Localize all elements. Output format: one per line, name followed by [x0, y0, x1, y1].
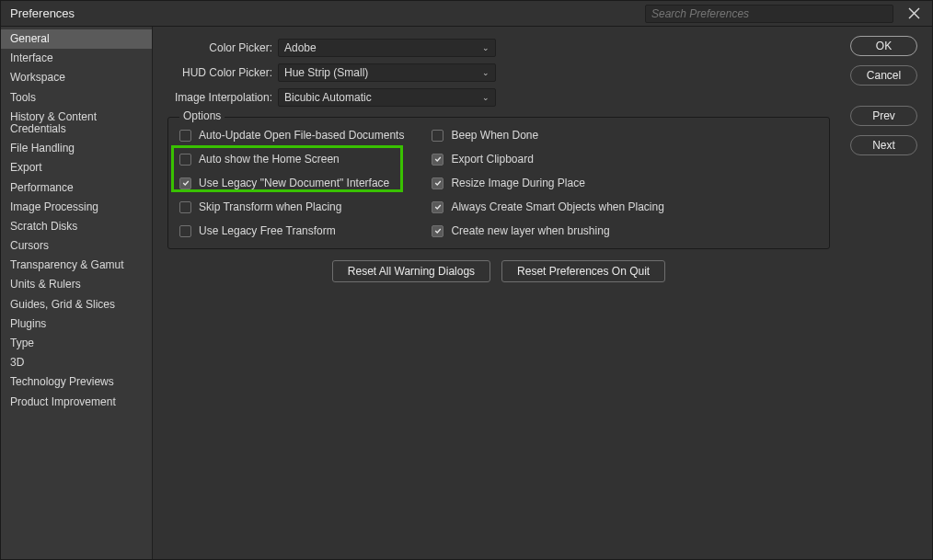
checkbox-label: Use Legacy Free Transform [199, 224, 336, 237]
color-picker-value: Adobe [284, 41, 482, 54]
options-group: Options Auto-Update Open File-based Docu… [167, 117, 830, 249]
chevron-down-icon: ⌄ [482, 68, 490, 77]
hud-color-picker-value: Hue Strip (Small) [284, 66, 482, 79]
sidebar-item-product-improvement[interactable]: Product Improvement [1, 393, 152, 412]
sidebar-item-transparency-gamut[interactable]: Transparency & Gamut [1, 256, 152, 275]
sidebar-item-export[interactable]: Export [1, 158, 152, 177]
check-icon [434, 179, 442, 187]
checkbox-label: Skip Transform when Placing [199, 200, 341, 213]
image-interpolation-select[interactable]: Bicubic Automatic ⌄ [278, 88, 496, 107]
checkbox-beep-when-done[interactable]: Beep When Done [432, 127, 663, 143]
checkbox-skip-transform-when-placing[interactable]: Skip Transform when Placing [179, 199, 404, 215]
checkbox-label: Beep When Done [451, 129, 538, 142]
sidebar-item-file-handling[interactable]: File Handling [1, 139, 152, 158]
checkbox-box [179, 154, 191, 166]
hud-color-picker-label: HUD Color Picker: [166, 66, 278, 79]
checkbox-label: Resize Image During Place [451, 177, 584, 189]
sidebar-item-image-processing[interactable]: Image Processing [1, 198, 152, 217]
sidebar-item-history-content-credentials[interactable]: History & Content Credentials [1, 108, 152, 139]
checkbox-auto-show-the-home-screen[interactable]: Auto show the Home Screen [179, 151, 404, 167]
checkbox-label: Auto-Update Open File-based Documents [199, 129, 404, 142]
checkbox-always-create-smart-objects-when-placing[interactable]: Always Create Smart Objects when Placing [432, 199, 663, 215]
ok-button[interactable]: OK [850, 36, 917, 56]
checkbox-auto-update-open-file-based-documents[interactable]: Auto-Update Open File-based Documents [179, 127, 404, 143]
sidebar-item-plugins[interactable]: Plugins [1, 314, 152, 334]
prev-button[interactable]: Prev [850, 106, 917, 126]
sidebar-item-workspace[interactable]: Workspace [1, 68, 152, 87]
chevron-down-icon: ⌄ [482, 43, 490, 52]
checkbox-box [179, 130, 191, 142]
checkbox-label: Use Legacy "New Document" Interface [199, 177, 389, 189]
sidebar-item-technology-previews[interactable]: Technology Previews [1, 372, 152, 392]
check-icon [182, 179, 190, 187]
sidebar-item-guides-grid-slices[interactable]: Guides, Grid & Slices [1, 295, 152, 314]
sidebar-item-type[interactable]: Type [1, 334, 152, 353]
options-legend: Options [179, 109, 225, 122]
sidebar-item-general[interactable]: General [1, 29, 152, 49]
options-left-column: Auto-Update Open File-based DocumentsAut… [179, 125, 404, 239]
window-title: Preferences [10, 6, 75, 20]
checkbox-label: Auto show the Home Screen [199, 153, 340, 166]
check-icon [434, 155, 442, 163]
check-icon [434, 203, 442, 211]
close-icon [908, 7, 920, 19]
checkbox-export-clipboard[interactable]: Export Clipboard [432, 151, 663, 167]
checkbox-box [432, 201, 443, 213]
hud-color-picker-select[interactable]: Hue Strip (Small) ⌄ [278, 63, 496, 82]
content-pane: Color Picker: Adobe ⌄ HUD Color Picker: … [153, 27, 845, 559]
image-interpolation-value: Bicubic Automatic [284, 91, 482, 104]
sidebar-item-scratch-disks[interactable]: Scratch Disks [1, 217, 152, 236]
next-button[interactable]: Next [850, 135, 917, 155]
options-right-column: Beep When DoneExport ClipboardResize Ima… [432, 125, 663, 239]
sidebar-item-performance[interactable]: Performance [1, 178, 152, 198]
checkbox-box [179, 225, 191, 237]
checkbox-box [432, 130, 443, 142]
chevron-down-icon: ⌄ [482, 93, 490, 102]
titlebar: Preferences [1, 1, 932, 27]
checkbox-create-new-layer-when-brushing[interactable]: Create new layer when brushing [432, 223, 663, 239]
sidebar-item-tools[interactable]: Tools [1, 88, 152, 108]
sidebar: GeneralInterfaceWorkspaceToolsHistory & … [1, 27, 153, 559]
checkbox-use-legacy-free-transform[interactable]: Use Legacy Free Transform [179, 223, 404, 239]
checkbox-resize-image-during-place[interactable]: Resize Image During Place [432, 175, 663, 191]
sidebar-item-cursors[interactable]: Cursors [1, 236, 152, 256]
checkbox-label: Create new layer when brushing [451, 224, 609, 237]
checkbox-label: Export Clipboard [451, 153, 533, 166]
color-picker-select[interactable]: Adobe ⌄ [278, 39, 496, 57]
checkbox-box [432, 225, 443, 237]
checkbox-use-legacy-new-document-interface[interactable]: Use Legacy "New Document" Interface [179, 175, 404, 191]
reset-on-quit-button[interactable]: Reset Preferences On Quit [501, 260, 665, 282]
checkbox-box [432, 177, 443, 189]
checkbox-box [179, 177, 191, 189]
checkbox-label: Always Create Smart Objects when Placing [451, 200, 663, 213]
sidebar-item-3d[interactable]: 3D [1, 353, 152, 372]
image-interpolation-label: Image Interpolation: [166, 91, 278, 104]
reset-warnings-button[interactable]: Reset All Warning Dialogs [332, 260, 490, 282]
search-input[interactable] [645, 5, 893, 23]
color-picker-label: Color Picker: [166, 41, 278, 54]
sidebar-item-units-rulers[interactable]: Units & Rulers [1, 275, 152, 294]
checkbox-box [432, 154, 443, 166]
checkbox-box [179, 201, 191, 213]
cancel-button[interactable]: Cancel [850, 65, 917, 86]
check-icon [434, 227, 442, 234]
right-buttons: OK Cancel Prev Next [845, 27, 932, 559]
close-button[interactable] [901, 1, 927, 27]
sidebar-item-interface[interactable]: Interface [1, 49, 152, 68]
